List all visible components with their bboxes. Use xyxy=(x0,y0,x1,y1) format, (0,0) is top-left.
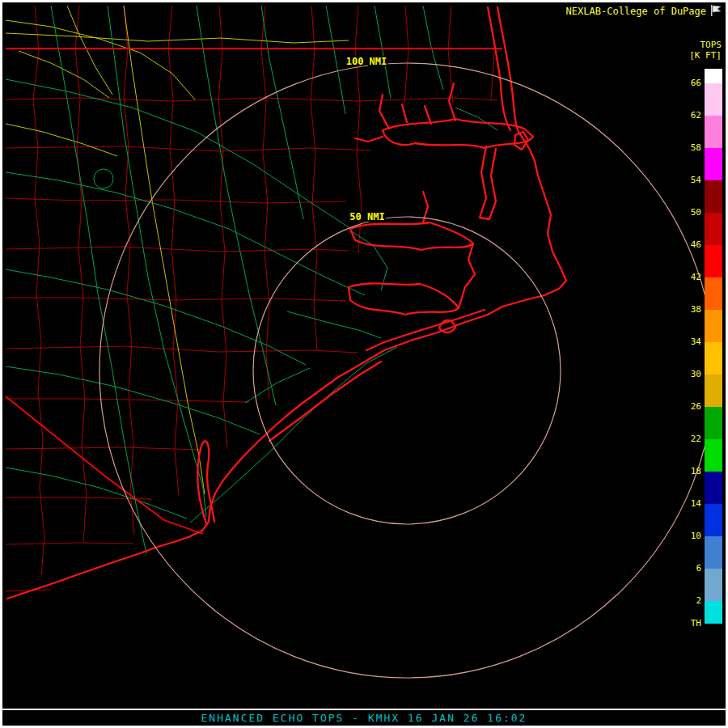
road-green xyxy=(287,311,381,338)
road-green xyxy=(197,6,276,405)
colorbar-segment xyxy=(705,83,722,116)
radar-screen: 100 NMI 50 NMI NEXLAB-College of DuPage … xyxy=(0,0,728,728)
road-green xyxy=(245,368,310,403)
road-green xyxy=(6,79,349,227)
colorbar-segment xyxy=(705,213,722,245)
road-green xyxy=(6,172,365,295)
roads-green xyxy=(6,6,497,554)
colorbar-segment xyxy=(705,148,722,180)
colorbar-segment xyxy=(705,375,722,407)
colorbar-tick-label: 58 xyxy=(669,142,701,153)
pamlico-river xyxy=(350,222,473,250)
colorbar-segment xyxy=(705,180,722,213)
colorbar-tick-label: 26 xyxy=(669,401,701,412)
colorbar-segment xyxy=(705,624,722,635)
road-green xyxy=(190,347,397,523)
road-green xyxy=(423,6,443,90)
road-green xyxy=(455,108,497,130)
colorbar-segment xyxy=(705,472,722,504)
colorbar-segment xyxy=(705,310,722,342)
colorbar-tick-label: 6 xyxy=(669,563,701,574)
colorbar-tick-label: 2 xyxy=(669,595,701,606)
ring-labels: 100 NMI 50 NMI xyxy=(346,56,387,222)
road-green xyxy=(261,6,303,219)
colorbar-tick-label: TH xyxy=(669,618,701,629)
colorbar-tick-label: 38 xyxy=(669,304,701,315)
road-green xyxy=(326,6,345,114)
colorbar-segment xyxy=(705,245,722,277)
albemarle-sound xyxy=(383,119,533,148)
city-beltway xyxy=(94,169,113,188)
road-yellow xyxy=(6,124,117,156)
road-yellow xyxy=(67,6,112,95)
colorbar-tick-label: 54 xyxy=(669,175,701,185)
coastline xyxy=(7,7,566,599)
neuse-river xyxy=(349,283,459,315)
sw-coast xyxy=(7,355,376,599)
road-green xyxy=(6,269,306,365)
range-rings xyxy=(99,63,714,678)
attribution-text: NEXLAB-College of DuPage xyxy=(566,6,706,17)
colorbar-tick-label: 46 xyxy=(669,239,701,250)
core-banks-cape-lookout xyxy=(502,176,566,307)
barrier-islands-se xyxy=(269,362,381,441)
ring-label-100nmi: 100 NMI xyxy=(346,56,387,67)
colorbar-segment xyxy=(705,116,722,148)
colorbar-segment xyxy=(705,601,722,624)
county-lines-vertical xyxy=(33,6,494,575)
colorbar-title: TOPS[K FT] xyxy=(689,40,722,61)
colorbar-title-line1: TOPS xyxy=(700,40,722,50)
road-green xyxy=(108,6,206,517)
map-svg: 100 NMI 50 NMI xyxy=(2,2,726,709)
state-borders xyxy=(6,49,502,534)
colorbar-segment xyxy=(705,536,722,569)
caption-bar: ENHANCED ECHO TOPS - KMHX 16 JAN 26 16:0… xyxy=(2,709,726,726)
ring-label-50nmi: 50 NMI xyxy=(349,211,384,222)
colorbar-tick-label: 62 xyxy=(669,110,701,121)
colorbar-tick-label: 14 xyxy=(669,498,701,509)
pamlico-peninsula xyxy=(459,243,475,308)
bogue-sound-shore xyxy=(366,310,485,350)
road-green xyxy=(6,468,187,518)
colorbar-tick-label: 18 xyxy=(669,466,701,476)
road-yellow xyxy=(6,20,195,99)
colorbar-tick-label: 42 xyxy=(669,272,701,282)
colorbar-segment xyxy=(705,504,722,536)
colorbar-segment xyxy=(705,69,722,83)
colorbar-tick-label: 10 xyxy=(669,531,701,541)
colorbar-segment xyxy=(705,569,722,601)
colorbar-title-line2: [K FT] xyxy=(689,50,722,61)
county-lines xyxy=(6,6,497,591)
road-green xyxy=(375,6,391,98)
colorbar-tick-label: 66 xyxy=(669,78,701,88)
colorbar-labels: 66625854504642383430262218141062TH xyxy=(669,69,701,651)
range-ring-100nmi xyxy=(99,63,714,678)
colorbar-tick-label: 30 xyxy=(669,369,701,379)
colorbar-tick-label: 34 xyxy=(669,336,701,347)
colorbar-segment xyxy=(705,277,722,310)
currituck-shore xyxy=(488,7,510,130)
colorbar-tick-label: 22 xyxy=(669,434,701,444)
colorbar-segments xyxy=(705,69,722,635)
range-ring-50nmi xyxy=(253,217,561,524)
colorbar-tick-label: 50 xyxy=(669,207,701,218)
colorbar-segment xyxy=(705,439,722,472)
outer-banks xyxy=(497,7,538,176)
road-green xyxy=(350,231,387,290)
colorbar-segment xyxy=(705,342,722,375)
alligator-river xyxy=(480,146,496,219)
cod-logo-icon xyxy=(709,4,722,17)
colorbar-segment xyxy=(705,407,722,439)
ne-creeks xyxy=(402,83,455,124)
roanoke-river xyxy=(355,137,383,142)
road-green xyxy=(6,366,260,434)
caption-text: ENHANCED ECHO TOPS - KMHX 16 JAN 26 16:0… xyxy=(201,712,527,724)
